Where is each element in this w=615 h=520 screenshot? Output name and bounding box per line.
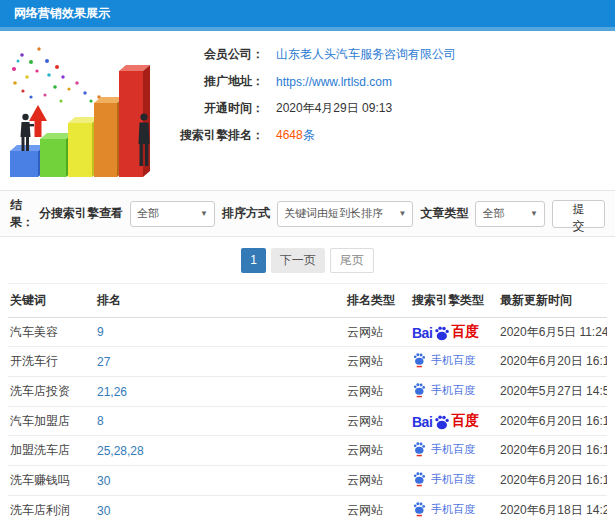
mobile-baidu-paw-icon xyxy=(412,471,426,487)
table-row: 加盟洗车店 25,28,28 云网站 手机百度 2020年6月20日 16:11 xyxy=(8,436,607,466)
column-header-keyword: 关键词 xyxy=(8,284,95,318)
keyword-cell: 洗车赚钱吗 xyxy=(8,466,95,496)
rank-type-cell: 云网站 xyxy=(345,496,410,520)
member-info-section: 会员公司： 山东老人头汽车服务咨询有限公司 推广地址： https://www.… xyxy=(0,31,615,190)
rank-type-cell: 云网站 xyxy=(345,377,410,407)
chevron-down-icon: ▼ xyxy=(391,209,407,218)
baidu-logo: Bai百度 xyxy=(412,323,479,341)
rank-count-label: 搜索引擎排名： xyxy=(168,127,264,144)
company-label: 会员公司： xyxy=(168,46,264,63)
keyword-ranking-table: 关键词 排名 排名类型 搜索引擎类型 最新更新时间 汽车美容 9 云网站 Bai… xyxy=(8,283,607,520)
chevron-down-icon: ▼ xyxy=(192,209,208,218)
page-header: 网络营销效果展示 xyxy=(0,0,615,27)
chevron-down-icon: ▼ xyxy=(522,209,538,218)
keyword-cell: 开洗车行 xyxy=(8,347,95,377)
table-row: 洗车店利润 30 云网站 手机百度 2020年6月18日 14:27 xyxy=(8,496,607,520)
table-row: 汽车加盟店 8 云网站 Bai百度 2020年6月20日 16:12 xyxy=(8,407,607,436)
rank-link[interactable]: 8 xyxy=(97,414,104,428)
rank-count-value: 4648条 xyxy=(276,127,315,144)
rank-link[interactable]: 30 xyxy=(97,474,110,488)
growth-chart-image xyxy=(0,31,168,189)
article-type-selected: 全部 xyxy=(482,206,504,221)
updated-cell: 2020年6月20日 16:11 xyxy=(498,436,607,466)
company-row: 会员公司： 山东老人头汽车服务咨询有限公司 xyxy=(168,41,456,68)
updated-cell: 2020年5月27日 14:58 xyxy=(498,377,607,407)
submit-button[interactable]: 提交 xyxy=(552,200,605,228)
rank-link[interactable]: 25,28,28 xyxy=(97,444,144,458)
rank-count-row: 搜索引擎排名： 4648条 xyxy=(168,122,456,149)
page-1-button[interactable]: 1 xyxy=(241,248,266,273)
engine-filter-select[interactable]: 全部 ▼ xyxy=(130,201,215,227)
site-row: 推广地址： https://www.lrtlsd.com xyxy=(168,68,456,95)
baidu-paw-icon xyxy=(433,414,450,431)
rank-type-cell: 云网站 xyxy=(345,407,410,436)
column-header-rank: 排名 xyxy=(95,284,345,318)
rank-type-cell: 云网站 xyxy=(345,318,410,347)
rank-type-cell: 云网站 xyxy=(345,466,410,496)
table-header-row: 关键词 排名 排名类型 搜索引擎类型 最新更新时间 xyxy=(8,284,607,318)
rank-count-unit: 条 xyxy=(303,128,315,142)
rank-type-cell: 云网站 xyxy=(345,436,410,466)
updated-cell: 2020年6月20日 16:12 xyxy=(498,407,607,436)
bar-chart-illustration xyxy=(0,31,168,189)
engine-filter-selected: 全部 xyxy=(137,206,159,221)
updated-cell: 2020年6月5日 11:24 xyxy=(498,318,607,347)
rank-link[interactable]: 27 xyxy=(97,355,110,369)
rank-link[interactable]: 9 xyxy=(97,325,104,339)
baidu-logo: Bai百度 xyxy=(412,412,479,430)
rank-type-cell: 云网站 xyxy=(345,347,410,377)
mobile-baidu-paw-icon xyxy=(412,501,426,517)
site-label: 推广地址： xyxy=(168,73,264,90)
article-type-label: 文章类型 xyxy=(420,205,468,222)
site-link[interactable]: https://www.lrtlsd.com xyxy=(276,75,392,89)
table-row: 洗车赚钱吗 30 云网站 手机百度 2020年6月20日 16:12 xyxy=(8,466,607,496)
mobile-baidu-paw-icon xyxy=(412,352,426,368)
open-time-row: 开通时间： 2020年4月29日 09:13 xyxy=(168,95,456,122)
mobile-baidu-logo: 手机百度 xyxy=(412,352,475,368)
pagination: 1 下一页 尾页 xyxy=(0,237,615,283)
confetti-dots xyxy=(12,47,107,110)
updated-cell: 2020年6月18日 14:27 xyxy=(498,496,607,520)
mobile-baidu-logo: 手机百度 xyxy=(412,441,475,457)
table-row: 洗车店投资 21,26 云网站 手机百度 2020年5月27日 14:58 xyxy=(8,377,607,407)
mobile-baidu-paw-icon xyxy=(412,382,426,398)
result-label: 结果： xyxy=(10,197,39,231)
column-header-updated: 最新更新时间 xyxy=(498,284,607,318)
mobile-baidu-logo: 手机百度 xyxy=(412,382,475,398)
keyword-cell: 汽车加盟店 xyxy=(8,407,95,436)
keyword-cell: 加盟洗车店 xyxy=(8,436,95,466)
updated-cell: 2020年6月20日 16:16 xyxy=(498,347,607,377)
filter-controls: 分搜索引擎查看 全部 ▼ 排序方式 关键词由短到长排序 ▼ 文章类型 全部 ▼ … xyxy=(39,200,605,228)
page-title: 网络营销效果展示 xyxy=(14,6,110,20)
sort-label: 排序方式 xyxy=(222,205,270,222)
open-time-label: 开通时间： xyxy=(168,100,264,117)
open-time-value: 2020年4月29日 09:13 xyxy=(276,100,392,117)
company-link[interactable]: 山东老人头汽车服务咨询有限公司 xyxy=(276,46,456,63)
keyword-cell: 汽车美容 xyxy=(8,318,95,347)
last-page-button[interactable]: 尾页 xyxy=(330,248,374,273)
mobile-baidu-paw-icon xyxy=(412,441,426,457)
column-header-engine-type: 搜索引擎类型 xyxy=(410,284,498,318)
keyword-cell: 洗车店利润 xyxy=(8,496,95,520)
filter-bar: 结果： 分搜索引擎查看 全部 ▼ 排序方式 关键词由短到长排序 ▼ 文章类型 全… xyxy=(0,190,615,237)
rank-link[interactable]: 21,26 xyxy=(97,385,127,399)
column-header-rank-type: 排名类型 xyxy=(345,284,410,318)
engine-filter-label: 分搜索引擎查看 xyxy=(39,205,123,222)
rank-link[interactable]: 30 xyxy=(97,504,110,518)
results-table-wrap: 关键词 排名 排名类型 搜索引擎类型 最新更新时间 汽车美容 9 云网站 Bai… xyxy=(0,283,615,520)
table-row: 汽车美容 9 云网站 Bai百度 2020年6月5日 11:24 xyxy=(8,318,607,347)
updated-cell: 2020年6月20日 16:12 xyxy=(498,466,607,496)
table-row: 开洗车行 27 云网站 手机百度 2020年6月20日 16:16 xyxy=(8,347,607,377)
baidu-paw-icon xyxy=(433,325,450,342)
sort-selected: 关键词由短到长排序 xyxy=(284,206,383,221)
up-arrow xyxy=(29,105,47,137)
keyword-cell: 洗车店投资 xyxy=(8,377,95,407)
rank-count-number: 4648 xyxy=(276,128,303,142)
article-type-select[interactable]: 全部 ▼ xyxy=(475,201,545,227)
next-page-button[interactable]: 下一页 xyxy=(271,248,325,273)
sort-select[interactable]: 关键词由短到长排序 ▼ xyxy=(277,201,414,227)
mobile-baidu-logo: 手机百度 xyxy=(412,471,475,487)
mobile-baidu-logo: 手机百度 xyxy=(412,501,475,517)
member-info-list: 会员公司： 山东老人头汽车服务咨询有限公司 推广地址： https://www.… xyxy=(168,31,456,149)
